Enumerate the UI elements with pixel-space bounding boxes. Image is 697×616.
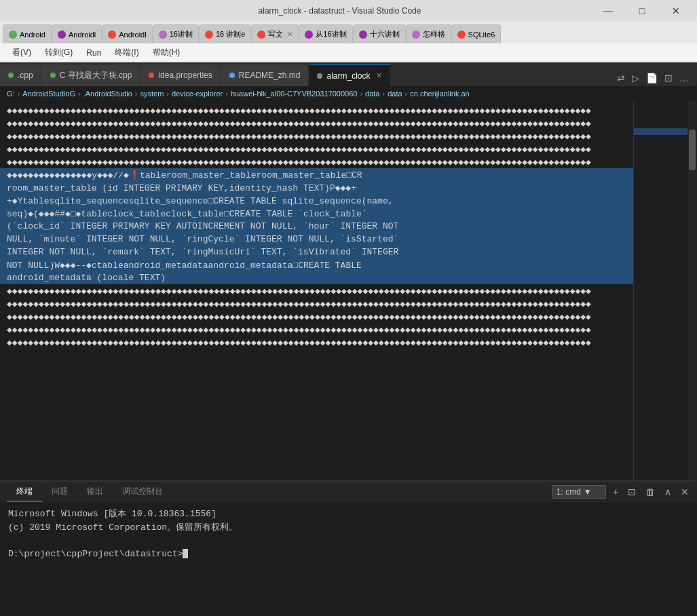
code-line-16: ◆◆◆◆◆◆◆◆◆◆◆◆◆◆◆◆◆◆◆◆◆◆◆◆◆◆◆◆◆◆◆◆◆◆◆◆◆◆◆◆… [0, 297, 633, 310]
breadcrumb-separator-icon: › [166, 90, 169, 98]
tab-favicon-icon [9, 31, 17, 39]
terminal-line-1: (c) 2019 Microsoft Corporation。保留所有权利。 [8, 521, 689, 535]
breadcrumb: G:›AndroidStudioG›.AndroidStudio›system›… [0, 86, 697, 101]
editor-content: ◆◆◆◆◆◆◆◆◆◆◆◆◆◆◆◆◆◆◆◆◆◆◆◆◆◆◆◆◆◆◆◆◆◆◆◆◆◆◆◆… [0, 101, 633, 480]
tab-favicon-icon [159, 31, 167, 39]
tab-label: Androidl [69, 31, 96, 39]
editor-tab-et5[interactable]: alarm_clock✕ [309, 64, 390, 86]
tab-label: 16讲制 [170, 29, 193, 39]
tab-label: 16 讲制e [216, 29, 245, 39]
editor-action-icon-2[interactable]: 📄 [643, 70, 660, 86]
browser-tab-tab3[interactable]: Androidl [102, 24, 152, 43]
breadcrumb-part-3: system [140, 90, 164, 98]
panel-action-icon-1[interactable]: ⊡ [625, 484, 639, 500]
code-line-14: android_metadata (locale TEXT) [0, 271, 633, 284]
tab-label: 从16讲制 [316, 29, 346, 39]
editor-tab-et3[interactable]: idea.properties [140, 64, 221, 86]
code-line-7: room_master_table (id INTEGER PRIMARY KE… [0, 181, 633, 194]
code-line-19: ◆◆◆◆◆◆◆◆◆◆◆◆◆◆◆◆◆◆◆◆◆◆◆◆◆◆◆◆◆◆◆◆◆◆◆◆◆◆◆◆… [0, 336, 633, 349]
code-line-9: seq)◆(◆◆◆##◆□◆tableclock_tableclock_tabl… [0, 207, 633, 220]
editor-action-icon-0[interactable]: ⇄ [614, 70, 628, 86]
editor-tab-actions: ⇄▷📄⊡… [609, 70, 697, 86]
browser-tab-tab9[interactable]: 怎样格 [406, 24, 451, 43]
tab-close-icon[interactable]: ✕ [287, 31, 293, 38]
editor-action-icon-3[interactable]: ⊡ [662, 70, 675, 86]
close-button[interactable]: ✕ [660, 1, 692, 20]
browser-tab-tab10[interactable]: SQLite6 [451, 24, 502, 43]
code-line-4: ◆◆◆◆◆◆◆◆◆◆◆◆◆◆◆◆◆◆◆◆◆◆◆◆◆◆◆◆◆◆◆◆◆◆◆◆◆◆◆◆… [0, 142, 633, 155]
editor-tab-icon [229, 73, 235, 78]
tab-label: 怎样格 [423, 29, 445, 39]
menu-item-终端(I)[interactable]: 终端(I) [108, 44, 145, 61]
title-bar-controls: — □ ✕ [592, 1, 692, 20]
editor-tabs-bar: .cppC 寻找最大子块.cppidea.propertiesREADME_zh… [0, 62, 697, 86]
panel-action-icon-0[interactable]: + [610, 484, 621, 500]
breadcrumb-separator-icon: › [383, 90, 385, 98]
browser-tab-tab8[interactable]: 十六讲制 [353, 24, 406, 43]
editor-tab-label: idea.properties [158, 71, 212, 80]
panel-tab-tt4[interactable]: 调试控制台 [113, 482, 172, 502]
code-line-3: ◆◆◆◆◆◆◆◆◆◆◆◆◆◆◆◆◆◆◆◆◆◆◆◆◆◆◆◆◆◆◆◆◆◆◆◆◆◆◆◆… [0, 130, 633, 142]
dropdown-arrow-icon: ▼ [584, 487, 592, 497]
panel-tab-actions: 1: cmd▼+⊡🗑∧✕ [552, 484, 697, 500]
terminal-content[interactable]: Microsoft Windows [版本 10.0.18363.1556](c… [0, 502, 697, 616]
tab-label: Androidl [119, 31, 146, 39]
editor-scrollbar[interactable] [687, 101, 697, 480]
breadcrumb-separator-icon: › [405, 90, 408, 98]
browser-tab-tab2[interactable]: Androidl [52, 24, 102, 43]
menu-item-帮助(H)[interactable]: 帮助(H) [146, 44, 187, 61]
terminal-line-2 [8, 534, 689, 547]
browser-tab-tab5[interactable]: 16 讲制e [199, 24, 251, 43]
panel-tab-tt3[interactable]: 输出 [77, 482, 113, 502]
code-line-6: ◆◆◆◆◆◆◆◆◆◆◆◆◆◆◆◆y◆◆◆//◆❗tableroom_master… [0, 168, 633, 181]
editor-tab-icon [149, 73, 154, 78]
editor-tab-label: .cpp [18, 71, 33, 80]
breadcrumb-separator-icon: › [18, 90, 20, 98]
breadcrumb-part-6: data [365, 90, 379, 98]
menu-item-Run[interactable]: Run [79, 45, 108, 60]
terminal-shell-dropdown[interactable]: 1: cmd▼ [552, 485, 606, 499]
terminal-line-0: Microsoft Windows [版本 10.0.18363.1556] [8, 507, 689, 521]
browser-tab-tab6[interactable]: 写文✕ [251, 24, 299, 43]
code-line-15: ◆◆◆◆◆◆◆◆◆◆◆◆◆◆◆◆◆◆◆◆◆◆◆◆◆◆◆◆◆◆◆◆◆◆◆◆◆◆◆◆… [0, 284, 633, 297]
panel-action-icon-2[interactable]: 🗑 [643, 484, 658, 500]
code-line-5: ◆◆◆◆◆◆◆◆◆◆◆◆◆◆◆◆◆◆◆◆◆◆◆◆◆◆◆◆◆◆◆◆◆◆◆◆◆◆◆◆… [0, 155, 633, 168]
breadcrumb-part-4: device-explorer [172, 90, 223, 98]
panel-tab-tt2[interactable]: 问题 [42, 482, 77, 502]
editor-tab-et1[interactable]: .cpp [0, 64, 42, 86]
breadcrumb-part-8: cn.chenjianlink.an [410, 90, 469, 98]
browser-tab-tab1[interactable]: Android [3, 24, 52, 43]
code-line-1: ◆◆◆◆◆◆◆◆◆◆◆◆◆◆◆◆◆◆◆◆◆◆◆◆◆◆◆◆◆◆◆◆◆◆◆◆◆◆◆◆… [0, 104, 633, 117]
breadcrumb-part-7: data [388, 90, 402, 98]
breadcrumb-part-5: huawei-hlk_al00-C7YVB20317000060 [231, 90, 358, 98]
editor-tab-et4[interactable]: README_zh.md [221, 64, 309, 86]
editor-tab-close-icon[interactable]: ✕ [376, 71, 382, 80]
tab-label: 写文 [268, 29, 283, 39]
browser-tab-tab4[interactable]: 16讲制 [153, 24, 199, 43]
maximize-button[interactable]: □ [626, 1, 658, 20]
browser-tabs-bar: AndroidAndroidlAndroidl16讲制16 讲制e写文✕从16讲… [0, 22, 697, 43]
panel-action-icon-4[interactable]: ✕ [678, 484, 692, 500]
editor-tab-icon [50, 73, 56, 78]
tab-favicon-icon [205, 31, 213, 39]
scrollbar-thumb[interactable] [689, 130, 696, 170]
editor-action-icon-1[interactable]: ▷ [629, 70, 642, 86]
breadcrumb-separator-icon: › [78, 90, 81, 98]
breadcrumb-part-0: G: [7, 90, 15, 98]
minimize-button[interactable]: — [592, 1, 624, 20]
editor-area: ◆◆◆◆◆◆◆◆◆◆◆◆◆◆◆◆◆◆◆◆◆◆◆◆◆◆◆◆◆◆◆◆◆◆◆◆◆◆◆◆… [0, 101, 697, 480]
editor-tab-et2[interactable]: C 寻找最大子块.cpp [42, 64, 141, 86]
title-bar: alarm_clock - datastruct - Visual Studio… [0, 0, 697, 22]
menu-item-转到(G)[interactable]: 转到(G) [38, 44, 79, 61]
browser-tab-tab7[interactable]: 从16讲制 [299, 24, 352, 43]
panel-tab-tt1[interactable]: 终端 [7, 482, 42, 502]
title-bar-title: alarm_clock - datastruct - Visual Studio… [87, 6, 592, 16]
editor-tab-label: alarm_clock [326, 71, 370, 81]
breadcrumb-part-2: .AndroidStudio [83, 90, 132, 98]
menu-item-看(V)[interactable]: 看(V) [5, 44, 38, 61]
panel-tabs: 终端问题输出调试控制台1: cmd▼+⊡🗑∧✕ [0, 482, 697, 502]
editor-action-icon-4[interactable]: … [677, 70, 692, 86]
panel-action-icon-3[interactable]: ∧ [662, 484, 674, 500]
tab-label: 十六讲制 [370, 29, 400, 39]
code-line-18: ◆◆◆◆◆◆◆◆◆◆◆◆◆◆◆◆◆◆◆◆◆◆◆◆◆◆◆◆◆◆◆◆◆◆◆◆◆◆◆◆… [0, 323, 633, 336]
